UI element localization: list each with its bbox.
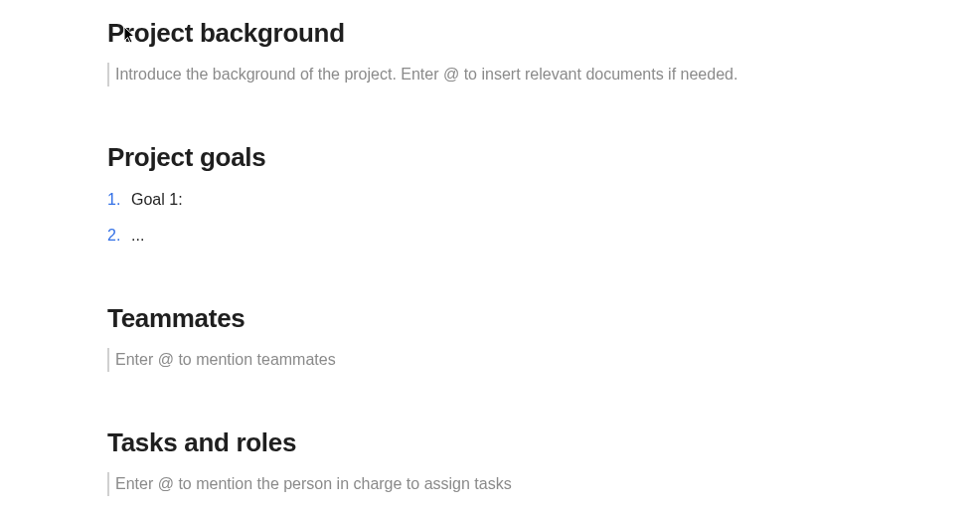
section-tasks-roles: Tasks and roles Enter @ to mention the p… [107,427,873,496]
heading-project-background[interactable]: Project background [107,18,873,49]
background-input-area[interactable]: Introduce the background of the project.… [107,63,873,86]
document-body: Project background Introduce the backgro… [0,0,980,496]
list-item[interactable]: ... [107,223,873,249]
list-item[interactable]: Goal 1: [107,187,873,213]
teammates-input-area[interactable]: Enter @ to mention teammates [107,348,873,372]
section-project-background: Project background Introduce the backgro… [107,18,873,86]
section-teammates: Teammates Enter @ to mention teammates [107,303,873,372]
goals-list[interactable]: Goal 1: ... [107,187,873,248]
heading-project-goals[interactable]: Project goals [107,142,873,173]
section-project-goals: Project goals Goal 1: ... [107,142,873,248]
heading-tasks-roles[interactable]: Tasks and roles [107,427,873,458]
tasks-input-area[interactable]: Enter @ to mention the person in charge … [107,472,873,496]
heading-teammates[interactable]: Teammates [107,303,873,334]
